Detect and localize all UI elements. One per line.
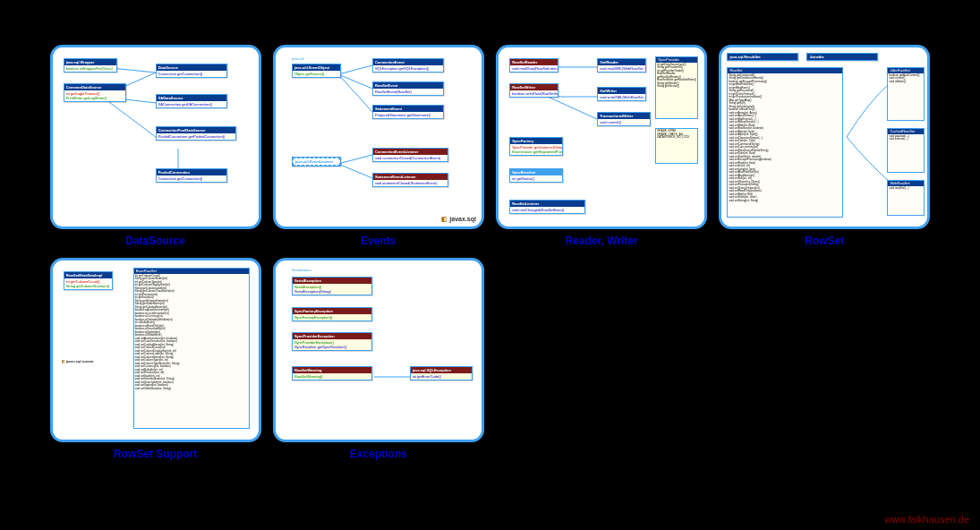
label-rowset-support: RowSet Support bbox=[114, 448, 197, 460]
card-rowset-support[interactable]: RowSetMetaDataImpl int getColumnCount() … bbox=[50, 258, 261, 442]
cell-events: java.util java.util.EventObject Object g… bbox=[272, 45, 484, 247]
label-datasource: DataSource bbox=[125, 235, 185, 247]
section-label: Serialization bbox=[292, 268, 311, 272]
card-reader-writer[interactable]: RowSetReader void readData(RowSetInterna… bbox=[496, 45, 707, 229]
label-exceptions: Exceptions bbox=[350, 448, 407, 460]
card-exceptions[interactable]: Serialization SerialException SerialExce… bbox=[273, 258, 484, 442]
label-reader-writer: Reader, Writer bbox=[566, 235, 638, 247]
label-rowset: RowSet bbox=[805, 235, 844, 247]
cell-exceptions: Serialization SerialException SerialExce… bbox=[272, 258, 484, 460]
cell-datasource: java.sql.Wrapper boolean isWrapperFor(Cl… bbox=[49, 45, 261, 247]
section-label: java.util bbox=[292, 56, 304, 61]
cell-rowset: java.sql.ResultSet Joinable RowSet Strin… bbox=[719, 45, 931, 247]
cell-reader-writer: RowSetReader void readData(RowSetInterna… bbox=[496, 45, 708, 247]
pkg-label: javax.sql.rowset bbox=[66, 359, 94, 363]
cell-rowset-support: RowSetMetaDataImpl int getColumnCount() … bbox=[49, 258, 261, 460]
card-events[interactable]: java.util java.util.EventObject Object g… bbox=[273, 45, 484, 229]
card-rowset[interactable]: java.sql.ResultSet Joinable RowSet Strin… bbox=[719, 45, 930, 229]
footer-link[interactable]: www.falkhausen.de bbox=[884, 514, 969, 525]
card-datasource[interactable]: java.sql.Wrapper boolean isWrapperFor(Cl… bbox=[50, 45, 261, 229]
label-events: Events bbox=[361, 235, 396, 247]
diagram-grid: java.sql.Wrapper boolean isWrapperFor(Cl… bbox=[0, 0, 980, 467]
pkg-label: javax.sql bbox=[449, 216, 476, 222]
